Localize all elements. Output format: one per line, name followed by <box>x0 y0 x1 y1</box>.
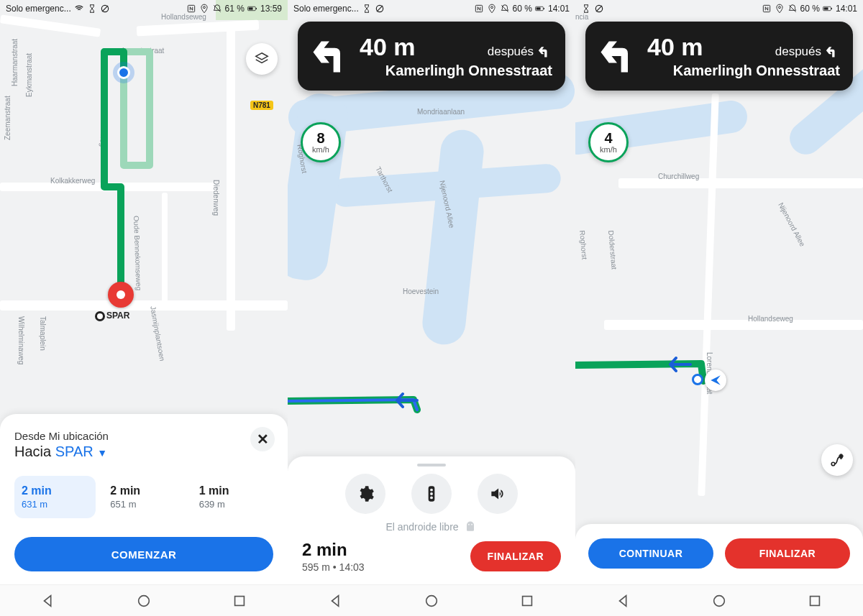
svg-point-22 <box>426 595 437 606</box>
svg-rect-30 <box>824 7 828 9</box>
home-icon[interactable] <box>711 593 727 609</box>
battery-icon <box>535 4 545 14</box>
recents-icon[interactable] <box>519 593 535 609</box>
android-navbar <box>0 584 288 616</box>
svg-rect-5 <box>249 7 253 9</box>
status-bar: Solo emergenc... 61 % 13:59 <box>0 0 288 17</box>
dnd-icon <box>500 4 510 14</box>
svg-rect-13 <box>536 7 541 9</box>
from-label: Desde Mi ubicación <box>14 430 273 442</box>
status-bar: 60 % 14:01 <box>575 0 863 17</box>
clock-text: 14:01 <box>836 4 857 14</box>
svg-rect-12 <box>544 8 544 9</box>
turn-distance: 40 m <box>360 33 416 61</box>
speed-indicator: 8 km/h <box>301 122 341 162</box>
carrier-label: Solo emergenc... <box>6 4 71 14</box>
eta-time: 2 min <box>302 540 365 560</box>
then-label: después <box>488 45 552 59</box>
speaker-icon <box>488 484 507 503</box>
then-label: después <box>775 45 840 59</box>
battery-text: 60 % <box>800 4 820 14</box>
nav-bottom-sheet[interactable]: El androide libre 2 min 595 m • 14:03 FI… <box>288 456 575 584</box>
watermark-text: El androide libre <box>302 520 561 534</box>
android-navbar <box>575 584 863 616</box>
poi-spar[interactable]: SPAR <box>95 311 129 321</box>
android-icon <box>463 520 478 534</box>
finalize-button[interactable]: FINALIZAR <box>725 538 850 569</box>
current-location-dot <box>117 66 130 79</box>
battery-icon <box>247 4 257 14</box>
destination-link: SPAR <box>55 443 93 459</box>
svg-point-6 <box>139 595 150 606</box>
location-icon <box>775 4 785 14</box>
status-bar: Solo emergenc... 60 % 14:01 <box>288 0 575 17</box>
location-icon <box>487 4 497 14</box>
then-turn-left-icon <box>538 45 552 59</box>
clock-text: 13:59 <box>260 4 282 14</box>
no-location-icon <box>375 4 385 14</box>
route-sheet[interactable]: ✕ Desde Mi ubicación Hacia SPAR ▼ 2 min … <box>0 414 288 584</box>
turn-card[interactable]: 40 m después Kamerlingh Onnesstraat <box>298 22 565 91</box>
start-button[interactable]: COMENZAR <box>14 537 273 571</box>
turn-card[interactable]: 40 m después Kamerlingh Onnesstraat <box>585 22 853 91</box>
clock-text: 14:01 <box>548 4 570 14</box>
back-icon[interactable] <box>40 593 56 609</box>
svg-point-20 <box>468 524 470 525</box>
turn-street: Kamerlingh Onnesstraat <box>360 63 552 79</box>
svg-rect-4 <box>256 8 257 9</box>
eta-detail: 595 m • 14:03 <box>302 561 365 573</box>
recents-icon[interactable] <box>232 593 247 609</box>
home-icon[interactable] <box>136 593 152 609</box>
back-icon[interactable] <box>328 593 344 609</box>
phone-route-preview: Hollandseweg Kolkakkerweg Diedenweg Oude… <box>0 0 288 616</box>
back-icon[interactable] <box>616 593 631 609</box>
battery-icon <box>823 4 833 14</box>
route-option-2[interactable]: 2 min 651 m <box>103 476 184 518</box>
svg-point-18 <box>430 492 433 495</box>
nav-paused-sheet[interactable]: CONTINUAR FINALIZAR <box>575 524 863 584</box>
route-overview-button[interactable] <box>821 444 853 476</box>
route-overlay <box>0 0 288 431</box>
svg-point-19 <box>430 496 433 499</box>
battery-text: 60 % <box>513 4 532 14</box>
svg-point-21 <box>471 524 472 525</box>
turn-left-icon <box>308 35 351 78</box>
nfc-icon <box>186 4 196 14</box>
dnd-icon <box>787 4 798 14</box>
layers-button[interactable] <box>246 43 278 75</box>
close-button[interactable]: ✕ <box>250 427 275 451</box>
home-icon[interactable] <box>424 593 439 609</box>
svg-point-31 <box>714 595 725 606</box>
recents-icon[interactable] <box>807 593 823 609</box>
hourglass-icon <box>362 4 372 14</box>
android-navbar <box>288 584 575 616</box>
svg-point-24 <box>831 462 835 466</box>
turn-distance: 40 m <box>647 33 703 61</box>
dnd-icon <box>212 4 222 14</box>
close-icon: ✕ <box>257 431 269 448</box>
svg-rect-32 <box>811 596 820 605</box>
carrier-label: Solo emergenc... <box>293 4 359 14</box>
drag-handle[interactable] <box>417 464 446 466</box>
hourglass-icon <box>87 4 97 14</box>
nfc-icon <box>474 4 484 14</box>
to-row[interactable]: Hacia SPAR ▼ <box>14 443 273 460</box>
settings-button[interactable] <box>345 474 385 514</box>
chevron-down-icon: ▼ <box>97 447 107 459</box>
route-options: 2 min 631 m 2 min 651 m 1 min 639 m <box>14 476 273 518</box>
traffic-light-icon <box>422 484 441 503</box>
route-option-3[interactable]: 1 min 639 m <box>192 476 273 518</box>
route-option-1[interactable]: 2 min 631 m <box>14 476 96 518</box>
wifi-icon <box>74 4 84 14</box>
turn-left-icon <box>595 35 639 78</box>
gear-icon <box>356 484 375 503</box>
phone-nav-paused: Churchillweg Dolderstraat Nijenoord Alle… <box>575 0 863 616</box>
continue-button[interactable]: CONTINUAR <box>588 538 713 569</box>
svg-rect-23 <box>523 596 532 605</box>
finalize-button[interactable]: FINALIZAR <box>470 541 561 571</box>
sound-button[interactable] <box>478 474 518 514</box>
traffic-button[interactable] <box>411 474 452 514</box>
battery-text: 61 % <box>225 4 245 14</box>
then-turn-left-icon <box>826 45 840 59</box>
destination-pin <box>108 282 134 308</box>
